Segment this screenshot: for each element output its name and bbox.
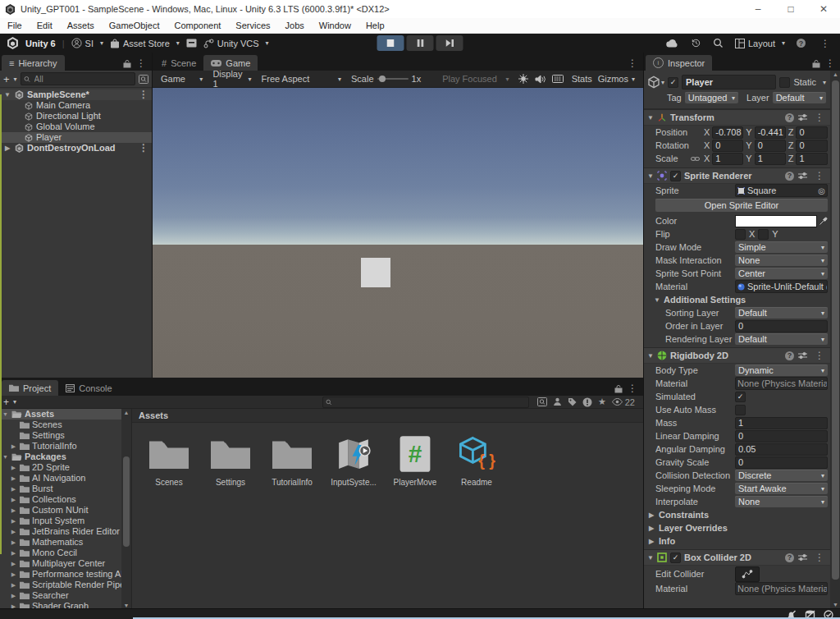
open-sprite-editor-button[interactable]: Open Sprite Editor — [655, 199, 828, 212]
object-picker-icon[interactable]: ◎ — [818, 186, 825, 195]
scroll-up-icon[interactable]: ▲ — [830, 71, 840, 77]
menu-services[interactable]: Services — [228, 21, 277, 30]
step-button[interactable] — [436, 35, 463, 51]
foldout-closed-icon[interactable]: ▶ — [3, 143, 11, 154]
maximize-button[interactable]: □ — [774, 0, 807, 18]
menu-assets[interactable]: Assets — [60, 21, 102, 30]
gameobject-name-field[interactable] — [682, 75, 776, 89]
presets-icon[interactable] — [798, 113, 807, 122]
menu-component[interactable]: Component — [167, 21, 228, 30]
inspector-more-icon[interactable]: ⋮ — [822, 57, 838, 69]
asset-item[interactable]: { } Readme — [451, 433, 502, 487]
angular-damping-field[interactable]: 0.05 — [735, 443, 828, 456]
tree-row[interactable]: ▶AI Navigation — [0, 473, 131, 484]
sort-point-dropdown[interactable]: Center▾ — [735, 268, 828, 279]
menu-gameobject[interactable]: GameObject — [102, 21, 167, 30]
foldout-open-icon[interactable]: ▼ — [647, 114, 654, 122]
game-mode-dropdown[interactable]: Game▾ — [157, 72, 207, 85]
eyedropper-icon[interactable] — [819, 217, 828, 226]
hierarchy-more-icon[interactable]: ⋮ — [133, 57, 149, 69]
pause-button[interactable] — [407, 35, 434, 51]
sprite-renderer-header[interactable]: ▼ ✓ Sprite Renderer ? ⋮ — [644, 167, 840, 184]
unity-vcs-dropdown[interactable]: Unity VCS▾ — [203, 39, 269, 48]
play-focused-dropdown[interactable]: Play Focused▾ — [438, 72, 513, 85]
asset-store-dropdown[interactable]: Asset Store▾ — [110, 39, 180, 48]
account-dropdown[interactable]: SI▾ — [71, 38, 103, 48]
stats-toggle[interactable]: Stats — [572, 74, 592, 84]
rb-material-object-field[interactable]: None (Physics Materia◎ — [735, 377, 828, 390]
constraints-foldout[interactable]: ▶Constraints — [644, 508, 840, 521]
order-in-layer-field[interactable]: 0 — [735, 320, 828, 332]
display-dropdown[interactable]: Display 1▾ — [208, 72, 255, 85]
scrollbar-thumb[interactable] — [123, 456, 130, 547]
tree-row[interactable]: ▶Mathematics — [0, 537, 131, 548]
flip-y-checkbox[interactable] — [758, 229, 769, 240]
layer-dropdown[interactable]: Default▾ — [773, 92, 826, 103]
hierarchy-row-scene[interactable]: ▼ SampleScene* ⋮ — [0, 89, 152, 100]
sleeping-mode-dropdown[interactable]: Start Awake▾ — [735, 483, 828, 494]
bc-material-object-field[interactable]: None (Physics Materia◎ — [735, 582, 828, 595]
linear-damping-field[interactable]: 0 — [735, 430, 828, 442]
scale-slider-track[interactable] — [377, 78, 409, 80]
position-y-field[interactable]: -0.441 — [755, 126, 786, 139]
cloud-icon[interactable] — [666, 39, 679, 48]
color-swatch[interactable] — [735, 215, 817, 227]
tree-row[interactable]: ▶Input System — [0, 516, 131, 526]
scale-slider-knob[interactable] — [379, 76, 386, 82]
assets-breadcrumb[interactable]: Assets — [132, 409, 643, 423]
menu-help[interactable]: Help — [358, 21, 392, 30]
asset-item[interactable]: # PlayerMove — [390, 433, 441, 487]
asset-item[interactable]: Scenes — [144, 433, 194, 487]
position-x-field[interactable]: -0.708 — [712, 126, 743, 139]
close-button[interactable]: ✕ — [807, 0, 840, 18]
presets-icon[interactable] — [798, 553, 807, 562]
component-enabled-checkbox[interactable]: ✓ — [670, 553, 681, 563]
tree-row[interactable]: ▶JetBrains Rider Editor — [0, 526, 131, 537]
asset-item[interactable]: InputSyste... — [328, 433, 379, 487]
layout-dropdown[interactable]: Layout▾ — [735, 39, 785, 48]
tree-row[interactable]: Settings — [0, 430, 131, 441]
scene-more-icon[interactable]: ⋮ — [135, 89, 152, 100]
lock-icon[interactable] — [614, 384, 623, 393]
rendering-layer-dropdown[interactable]: Default▾ — [735, 333, 828, 345]
more-icon[interactable]: ⋮ — [811, 112, 828, 123]
help-icon[interactable]: ? — [785, 351, 794, 360]
tree-row-packages[interactable]: ▼Packages — [0, 452, 131, 462]
tree-row[interactable]: ▶Custom NUnit — [0, 505, 131, 516]
tab-project[interactable]: Project — [2, 380, 58, 396]
foldout-open-icon[interactable]: ▼ — [647, 554, 654, 562]
tree-row[interactable]: ▶Searcher — [0, 590, 131, 601]
menu-edit[interactable]: Edit — [30, 21, 60, 30]
material-object-field[interactable]: Sprite-Unlit-Default◎ — [735, 280, 828, 293]
inspector-scrollbar[interactable]: ▲ ▼ — [830, 71, 840, 608]
packages-visibility-icon[interactable] — [553, 397, 562, 406]
static-checkbox[interactable] — [779, 77, 790, 88]
more-icon[interactable]: ⋮ — [811, 170, 828, 181]
hierarchy-row[interactable]: Directional Light — [0, 111, 152, 122]
tree-row[interactable]: ▶Collections — [0, 494, 131, 505]
hidden-count-toggle[interactable]: 22 — [612, 397, 635, 407]
create-asset-button[interactable]: +▾ — [3, 397, 16, 408]
menu-window[interactable]: Window — [312, 21, 358, 30]
gravity-scale-field[interactable]: 0 — [735, 456, 828, 469]
lock-icon[interactable] — [812, 59, 820, 68]
tree-row[interactable]: ▶Multiplayer Center — [0, 558, 131, 569]
hierarchy-row[interactable]: Global Volume — [0, 122, 152, 132]
tree-row[interactable]: ▶TutorialInfo — [0, 441, 131, 452]
flip-x-checkbox[interactable] — [735, 229, 746, 240]
additional-settings-foldout[interactable]: ▼Additional Settings — [644, 293, 840, 306]
project-search-input[interactable] — [332, 397, 526, 407]
interpolate-dropdown[interactable]: None▾ — [735, 496, 828, 507]
project-more-icon[interactable]: ⋮ — [624, 383, 641, 394]
scale-y-field[interactable]: 1 — [755, 153, 786, 165]
mute-audio-icon[interactable] — [535, 75, 546, 84]
static-dropdown-icon[interactable]: ▾ — [823, 79, 826, 86]
minimize-button[interactable]: – — [742, 0, 774, 18]
menu-jobs[interactable]: Jobs — [278, 21, 312, 30]
more-icon[interactable]: ⋮ — [811, 552, 828, 563]
scale-z-field[interactable]: 1 — [796, 153, 828, 165]
tree-row[interactable]: ▶2D Sprite — [0, 462, 131, 473]
add-gameobject-button[interactable]: +▾ — [3, 73, 17, 85]
draw-mode-dropdown[interactable]: Simple▾ — [735, 241, 828, 253]
presets-icon[interactable] — [798, 351, 807, 360]
